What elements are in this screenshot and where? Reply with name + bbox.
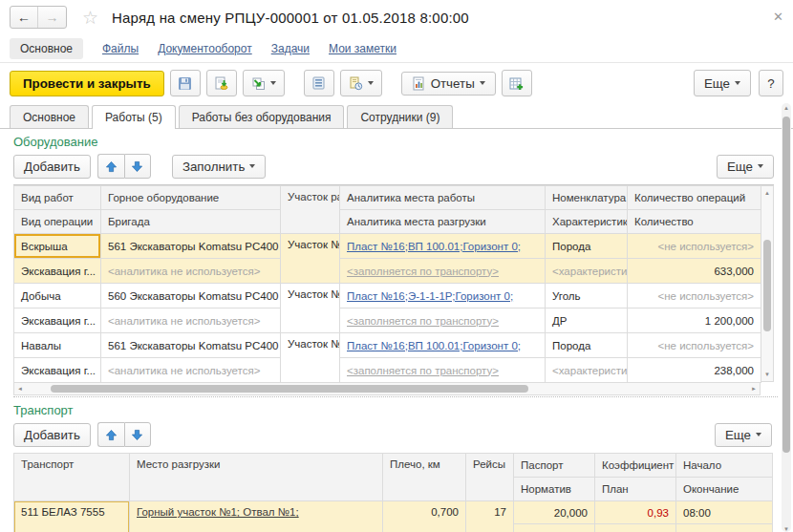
cell-nomenclature[interactable]: Уголь	[546, 284, 628, 309]
work-analytics-link[interactable]: Пласт №16;Э-1-1-1Р;Горизонт 0;	[347, 290, 513, 302]
tab-main[interactable]: Основное	[10, 105, 89, 128]
tab-works[interactable]: Работы (5)	[92, 105, 176, 129]
cell-work-type[interactable]: Добыча	[14, 284, 101, 309]
nav-item-tasks[interactable]: Задачи	[271, 42, 310, 55]
cell-mining-equipment[interactable]: 561 Экскаваторы Komatsu PC400	[101, 333, 281, 358]
cell-characteristic[interactable]: ДР	[546, 309, 628, 333]
col-quantity[interactable]: Количество	[628, 210, 761, 234]
cell-characteristic[interactable]: <характеристи...	[546, 358, 628, 383]
work-analytics-link[interactable]: Пласт №16;ВП 100.01;Горизонт 0;	[347, 241, 521, 252]
cell-work-analytics[interactable]: Пласт №16;ВП 100.01;Горизонт 0;	[340, 234, 546, 259]
cell-unload-analytics[interactable]: <заполняется по транспорту>	[340, 309, 546, 333]
scroll-up-icon[interactable]: ▲	[761, 188, 773, 198]
structure-button[interactable]	[304, 70, 334, 96]
scrollbar-thumb[interactable]	[51, 385, 528, 393]
col-unload-analytics[interactable]: Аналитика места разгрузки	[340, 210, 546, 234]
nav-item-notes[interactable]: Мои заметки	[329, 42, 396, 55]
unload-place-link[interactable]: Горный участок №1; Отвал №1;	[137, 506, 299, 518]
transport-add-button[interactable]: Добавить	[13, 423, 91, 447]
cell-coefficient[interactable]: 0,93	[595, 501, 676, 524]
cell-nomenclature[interactable]: Порода	[546, 234, 628, 259]
nav-item-files[interactable]: Файлы	[102, 42, 139, 55]
scroll-right-icon[interactable]: ►	[751, 383, 757, 394]
post-document-button[interactable]	[206, 70, 237, 96]
cell-unload-place[interactable]: Горный участок №1; Отвал №1;	[130, 501, 383, 532]
equipment-row[interactable]: Вскрыша 561 Экскаваторы Komatsu PC400 Уч…	[14, 234, 761, 259]
scrollbar-thumb[interactable]	[782, 117, 790, 453]
col-mining-equipment[interactable]: Горное оборудование	[101, 186, 281, 210]
cell-start[interactable]: 08:00	[676, 501, 773, 524]
favorite-star-icon[interactable]: ☆	[82, 7, 98, 29]
col-brigade[interactable]: Бригада	[101, 210, 281, 234]
cell-characteristic[interactable]: <характеристи...	[546, 259, 628, 284]
cell-quantity[interactable]: 238,000	[628, 358, 761, 383]
post-and-close-button[interactable]: Провести и закрыть	[10, 71, 164, 96]
scroll-left-icon[interactable]: ◄	[17, 383, 23, 394]
cell-unload-analytics[interactable]: <заполняется по транспорту>	[340, 259, 546, 284]
cell-vehicle[interactable]: 511 БЕЛАЗ 7555	[14, 501, 130, 532]
equipment-row[interactable]: Добыча 560 Экскаваторы Komatsu PC400 Уча…	[14, 284, 761, 309]
unload-analytics-link[interactable]: <заполняется по транспорту>	[347, 315, 499, 327]
back-button[interactable]: ←	[11, 7, 38, 28]
cell-end[interactable]: 14:00	[676, 524, 773, 532]
col-trips[interactable]: Рейсы	[466, 454, 514, 501]
cell-work-site[interactable]: Участок №1	[281, 333, 340, 383]
close-icon[interactable]: ✕	[773, 10, 783, 24]
cell-brigade[interactable]: <аналитика не используется>	[101, 259, 281, 284]
equipment-add-button[interactable]: Добавить	[13, 155, 91, 179]
equipment-more-button[interactable]: Еще	[717, 155, 774, 179]
cell-mining-equipment[interactable]: 561 Экскаваторы Komatsu PC400	[101, 234, 281, 259]
equipment-horizontal-scrollbar[interactable]: ◄ ►	[13, 383, 761, 395]
col-unload-place[interactable]: Место разгрузки	[130, 454, 383, 501]
save-button[interactable]	[170, 70, 201, 96]
cell-quantity[interactable]: 1 200,000	[628, 309, 761, 333]
col-characteristic[interactable]: Характеристика	[546, 210, 628, 234]
transport-move-down-button[interactable]	[124, 422, 151, 447]
export-table-button[interactable]	[502, 70, 532, 96]
cell-brigade[interactable]: <аналитика не используется>	[101, 358, 281, 383]
cell-operation-type[interactable]: Экскавация г...	[14, 309, 101, 333]
cell-work-analytics[interactable]: Пласт №16;ВП 100.01;Горизонт 0;	[340, 333, 546, 358]
transport-more-button[interactable]: Еще	[715, 423, 772, 447]
col-work-site[interactable]: Участок работ	[281, 186, 340, 234]
scroll-down-icon[interactable]: ▼	[761, 370, 773, 379]
cell-operation-type[interactable]: Экскавация г...	[14, 358, 101, 383]
cell-operations-count[interactable]: <не используется>	[628, 333, 761, 358]
create-based-on-button[interactable]	[243, 70, 285, 96]
col-transport[interactable]: Транспорт	[14, 454, 130, 501]
equipment-vertical-scrollbar[interactable]: ▲ ▼	[761, 185, 774, 382]
cell-passport[interactable]: 20,000	[514, 501, 595, 524]
col-work-type[interactable]: Вид работ	[14, 186, 101, 210]
col-distance[interactable]: Плечо, км	[383, 454, 466, 501]
reports-button[interactable]: Отчеты	[401, 72, 496, 96]
scroll-down-icon[interactable]: ▼	[782, 526, 791, 532]
equipment-row-sub[interactable]: Экскавация г... <аналитика не использует…	[14, 309, 761, 333]
cell-mining-equipment[interactable]: 560 Экскаваторы Komatsu PC400	[101, 284, 281, 309]
equipment-grid[interactable]: Вид работ Горное оборудование Участок ра…	[13, 185, 761, 383]
nav-item-docflow[interactable]: Документооборот	[158, 42, 252, 55]
cell-operations-count[interactable]: <не используется>	[628, 234, 761, 259]
cell-work-site[interactable]: Участок №1	[281, 284, 340, 333]
unload-analytics-link[interactable]: <заполняется по транспорту>	[347, 266, 499, 277]
cell-brigade[interactable]: <аналитика не используется>	[101, 309, 281, 333]
document-history-button[interactable]	[340, 70, 382, 96]
help-button[interactable]: ?	[759, 70, 783, 96]
work-analytics-link[interactable]: Пласт №16;ВП 100.01;Горизонт 0;	[347, 340, 521, 351]
cell-trips[interactable]: 17	[466, 501, 514, 532]
cell-operations-count[interactable]: <не используется>	[628, 284, 761, 309]
col-start[interactable]: Начало	[676, 454, 773, 478]
transport-move-up-button[interactable]	[97, 422, 124, 447]
equipment-move-up-button[interactable]	[97, 154, 124, 179]
cell-work-type[interactable]: Вскрыша	[14, 234, 101, 259]
form-more-button[interactable]: Еще	[694, 70, 751, 96]
unload-analytics-link[interactable]: <заполняется по транспорту>	[347, 365, 499, 376]
col-normative[interactable]: Норматив	[514, 478, 595, 501]
equipment-row-sub[interactable]: Экскавация г... <аналитика не использует…	[14, 259, 761, 284]
cell-work-site[interactable]: Участок №1	[281, 234, 340, 284]
scroll-up-icon[interactable]: ▲	[782, 105, 791, 111]
col-nomenclature[interactable]: Номенклатура	[546, 186, 628, 210]
cell-work-analytics[interactable]: Пласт №16;Э-1-1-1Р;Горизонт 0;	[340, 284, 546, 309]
col-passport[interactable]: Паспорт	[514, 454, 595, 478]
equipment-move-down-button[interactable]	[124, 154, 151, 179]
cell-nomenclature[interactable]: Порода	[546, 333, 628, 358]
